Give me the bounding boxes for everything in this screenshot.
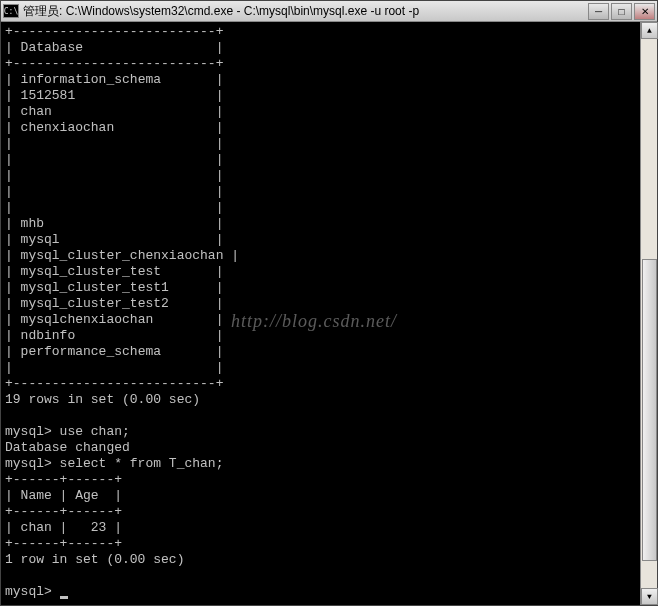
db-row: | 1512581 | <box>5 88 223 103</box>
db-row: | chenxiaochan | <box>5 120 223 135</box>
scrollbar-track[interactable] <box>641 39 657 588</box>
db-row: | mysql_cluster_test2 | <box>5 296 223 311</box>
table-border: +------+------+ <box>5 472 122 487</box>
window-title: 管理员: C:\Windows\system32\cmd.exe - C:\my… <box>23 3 588 20</box>
table-header: | Name | Age | <box>5 488 122 503</box>
table-row: | chan | 23 | <box>5 520 122 535</box>
result-summary: 1 row in set (0.00 sec) <box>5 552 184 567</box>
mysql-prompt: mysql> <box>5 424 60 439</box>
table-header: | Database | <box>5 40 223 55</box>
result-summary: 19 rows in set (0.00 sec) <box>5 392 200 407</box>
db-row-empty: | | <box>5 152 223 167</box>
db-row: | mysqlchenxiaochan | <box>5 312 223 327</box>
db-row: | ndbinfo | <box>5 328 223 343</box>
db-row: | mysql_cluster_test1 | <box>5 280 223 295</box>
db-row-empty: | | <box>5 168 223 183</box>
table-border: +--------------------------+ <box>5 376 223 391</box>
table-border: +--------------------------+ <box>5 56 223 71</box>
cmd-window: C:\ 管理员: C:\Windows\system32\cmd.exe - C… <box>0 0 658 606</box>
db-row-empty: | | <box>5 184 223 199</box>
mysql-prompt: mysql> <box>5 456 60 471</box>
db-row: | mysql_cluster_chenxiaochan | <box>5 248 239 263</box>
scroll-up-button[interactable]: ▲ <box>641 22 658 39</box>
db-row: | chan | <box>5 104 223 119</box>
scrollbar-thumb[interactable] <box>642 259 657 561</box>
close-button[interactable]: ✕ <box>634 3 655 20</box>
db-row: | information_schema | <box>5 72 223 87</box>
sql-command: use chan; <box>60 424 130 439</box>
minimize-button[interactable]: ─ <box>588 3 609 20</box>
vertical-scrollbar[interactable]: ▲ ▼ <box>640 22 657 605</box>
cmd-icon: C:\ <box>3 4 19 18</box>
db-row-empty: | | <box>5 200 223 215</box>
table-border: +------+------+ <box>5 504 122 519</box>
titlebar[interactable]: C:\ 管理员: C:\Windows\system32\cmd.exe - C… <box>1 1 657 22</box>
db-row: | mysql_cluster_test | <box>5 264 223 279</box>
status-text: Database changed <box>5 440 130 455</box>
db-row: | mysql | <box>5 232 223 247</box>
db-row-empty: | | <box>5 360 223 375</box>
table-border: +--------------------------+ <box>5 24 223 39</box>
sql-command: select * from T_chan; <box>60 456 224 471</box>
db-row-empty: | | <box>5 136 223 151</box>
db-row: | mhb | <box>5 216 223 231</box>
terminal-output[interactable]: +--------------------------+ | Database … <box>1 22 657 605</box>
maximize-button[interactable]: □ <box>611 3 632 20</box>
scroll-down-button[interactable]: ▼ <box>641 588 658 605</box>
db-row: | performance_schema | <box>5 344 223 359</box>
cursor <box>60 596 68 599</box>
window-controls: ─ □ ✕ <box>588 3 655 20</box>
mysql-prompt: mysql> <box>5 584 60 599</box>
table-border: +------+------+ <box>5 536 122 551</box>
